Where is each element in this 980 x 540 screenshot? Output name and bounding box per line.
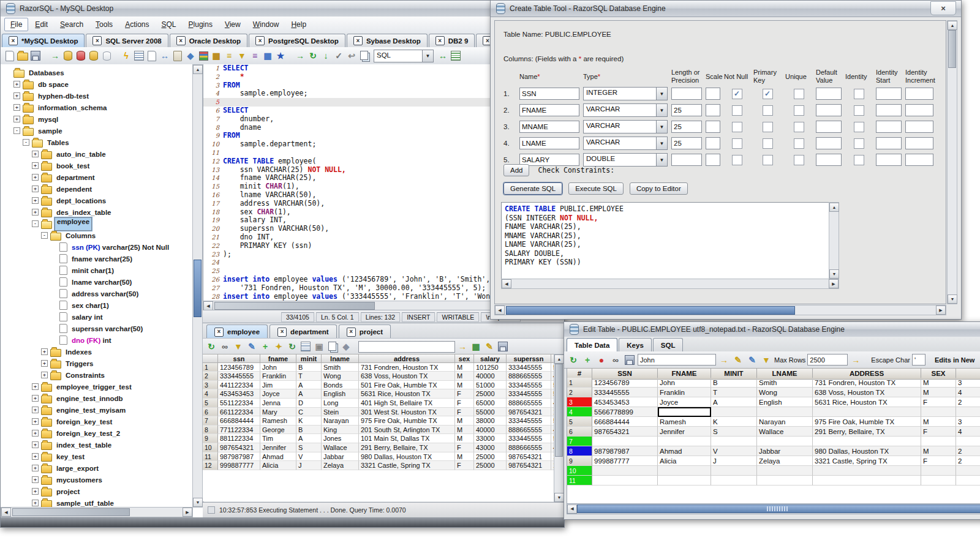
- cell[interactable]: 3321 Castle, Spring TX: [813, 456, 921, 466]
- cell[interactable]: A: [296, 381, 322, 390]
- cell[interactable]: F: [455, 399, 474, 408]
- cell[interactable]: 3: [956, 378, 980, 388]
- tree-item-fname-varchar-25[interactable]: fname varchar(25): [1, 253, 193, 264]
- plus-toggle-icon[interactable]: +: [32, 407, 39, 413]
- tree-item-employee[interactable]: -employee: [1, 218, 193, 230]
- identity-start-input[interactable]: [876, 88, 902, 100]
- db-browser-icon[interactable]: [197, 50, 209, 62]
- cell[interactable]: 5631 Rice, Houston TX: [359, 389, 455, 399]
- cell[interactable]: [592, 437, 658, 446]
- chevron-down-icon[interactable]: ▼: [656, 88, 667, 100]
- identity-increment-input[interactable]: [905, 104, 933, 116]
- cell[interactable]: [956, 437, 980, 446]
- column-type-select[interactable]: VARCHAR▼: [583, 120, 668, 133]
- tab-close-icon[interactable]: ×: [176, 36, 186, 45]
- add-column-button[interactable]: Add: [503, 164, 529, 176]
- cell[interactable]: 987654321: [592, 427, 658, 437]
- cell[interactable]: 551122334: [218, 399, 260, 408]
- identity-start-input[interactable]: [876, 104, 902, 116]
- cell[interactable]: [757, 476, 813, 486]
- cell[interactable]: 888665555: [507, 426, 551, 435]
- tree-item-hyphen-db-test[interactable]: +hyphen-db-test: [1, 90, 193, 102]
- cell[interactable]: M: [455, 416, 474, 426]
- describe-table-icon[interactable]: [133, 50, 145, 62]
- undo-query-icon[interactable]: ↩: [345, 50, 358, 62]
- not-null-checkbox[interactable]: [732, 105, 742, 116]
- cell[interactable]: [956, 466, 980, 476]
- scale-input[interactable]: [706, 121, 720, 133]
- merge-results-icon[interactable]: ≡: [249, 50, 261, 62]
- tree-item-foreign-key-test[interactable]: +foreign_key_test: [1, 416, 193, 427]
- cell[interactable]: [711, 407, 757, 417]
- cell[interactable]: Ahmad: [260, 452, 296, 462]
- cell[interactable]: [813, 476, 921, 486]
- cell[interactable]: 101250: [474, 363, 507, 372]
- cell[interactable]: Wong: [757, 388, 813, 397]
- scale-input[interactable]: [706, 137, 720, 149]
- column-name-input[interactable]: FNAME: [519, 104, 579, 116]
- cell[interactable]: 987987987: [218, 452, 260, 462]
- filter-results-icon[interactable]: ▼: [236, 50, 248, 62]
- cell[interactable]: T: [296, 372, 322, 381]
- tree-vscroll-thumb[interactable]: [194, 260, 202, 317]
- cell[interactable]: Wallace: [757, 427, 813, 437]
- insert-row-icon[interactable]: +: [259, 341, 271, 353]
- result-tab-employee[interactable]: ×employee: [206, 324, 268, 339]
- export-table-icon[interactable]: ▦: [470, 341, 482, 353]
- cell[interactable]: 2: [956, 456, 980, 466]
- results-grid[interactable]: ssnfnameminitlnameaddresssexsalarysupers…: [203, 354, 554, 501]
- identity-start-input[interactable]: [876, 137, 902, 149]
- open-file-icon[interactable]: [17, 50, 29, 62]
- tree-item-constraints[interactable]: +Constraints: [1, 369, 193, 381]
- cell[interactable]: Narayan: [322, 416, 359, 426]
- table-row[interactable]: 10987654321JenniferSWallace291 Berry, Be…: [203, 443, 554, 452]
- filter-rows-icon[interactable]: ▼: [232, 341, 244, 353]
- plus-toggle-icon[interactable]: +: [32, 383, 39, 390]
- copy-cells-icon[interactable]: [326, 341, 339, 353]
- cell[interactable]: [592, 476, 658, 486]
- export-rotate-icon[interactable]: ↻: [286, 341, 298, 353]
- cell[interactable]: B: [711, 378, 757, 388]
- tree-item-columns[interactable]: -Columns: [1, 230, 193, 241]
- results-header-superssn[interactable]: superssn: [507, 354, 551, 363]
- results-header-minit[interactable]: minit: [296, 354, 322, 363]
- cell[interactable]: 5566778899: [592, 407, 658, 417]
- plus-toggle-icon[interactable]: +: [32, 197, 39, 204]
- find-next-icon[interactable]: →: [850, 354, 862, 366]
- cell[interactable]: 25000: [474, 452, 507, 462]
- table-row[interactable]: 11: [567, 476, 980, 486]
- cell[interactable]: Ahmad: [658, 446, 711, 456]
- tree-item-engine-test-innodb[interactable]: +engine_test_innodb: [1, 392, 193, 404]
- tab-close-icon[interactable]: ×: [435, 36, 445, 45]
- scroll-right-icon[interactable]: ▶: [829, 279, 839, 288]
- cell[interactable]: 731 Fondren, Houston TX: [359, 363, 455, 372]
- save-icon[interactable]: [29, 50, 42, 62]
- edit-table-hscroll-thumb[interactable]: [577, 504, 980, 513]
- table-row[interactable]: 7666884444RameshKNarayan975 Fire Oak, Hu…: [203, 416, 554, 426]
- column-name-input[interactable]: LNAME: [519, 137, 579, 149]
- cell[interactable]: [813, 437, 921, 446]
- identity-checkbox[interactable]: [854, 122, 864, 132]
- close-button[interactable]: ×: [930, 1, 956, 15]
- cell[interactable]: 666884444: [218, 416, 260, 426]
- column-type-select[interactable]: VARCHAR▼: [583, 103, 668, 117]
- new-connection-icon[interactable]: [62, 50, 74, 62]
- tree-item-address-varchar-50[interactable]: address varchar(50): [1, 288, 193, 299]
- cell[interactable]: 3321 Castle, Spring TX: [359, 461, 455, 470]
- cell[interactable]: 25000: [474, 389, 507, 399]
- cell[interactable]: [757, 407, 813, 417]
- plus-toggle-icon[interactable]: +: [32, 186, 39, 192]
- table-row[interactable]: 8987987987AhmadVJabbar980 Dallas, Housto…: [567, 446, 980, 456]
- cell[interactable]: 38000: [474, 416, 507, 426]
- results-vertical-scrollbar[interactable]: ▲ ▼: [554, 354, 564, 503]
- cell[interactable]: [956, 476, 980, 486]
- cell[interactable]: 291 Berry, Bellaire, TX: [359, 443, 455, 452]
- cell[interactable]: 40000: [474, 372, 507, 381]
- plus-toggle-icon[interactable]: +: [32, 209, 39, 216]
- main-titlebar[interactable]: RazorSQL - MySQL Desktop: [1, 1, 564, 17]
- filter-rows-icon[interactable]: ▼: [760, 354, 772, 366]
- cell[interactable]: 638 Voss, Houston TX: [359, 372, 455, 381]
- identity-start-input[interactable]: [876, 121, 902, 133]
- results-header-ssn[interactable]: ssn: [218, 354, 260, 363]
- connection-tab-mysql-desktop[interactable]: ×*MySQL Desktop: [2, 34, 85, 47]
